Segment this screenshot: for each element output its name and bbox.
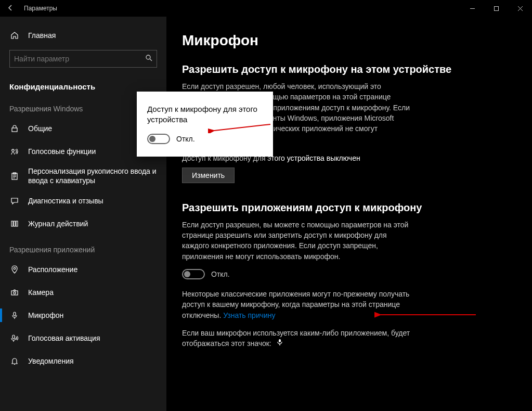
feedback-icon bbox=[9, 197, 20, 205]
group-apps-heading: Разрешения приложений bbox=[0, 235, 166, 258]
svg-rect-24 bbox=[279, 339, 281, 342]
learn-why-link[interactable]: Узнать причину bbox=[223, 311, 275, 319]
svg-rect-15 bbox=[16, 221, 18, 226]
maximize-button[interactable] bbox=[484, 0, 508, 17]
svg-rect-6 bbox=[12, 128, 17, 132]
voice-icon bbox=[9, 147, 20, 156]
titlebar: Параметры bbox=[0, 0, 532, 17]
camera-icon bbox=[9, 288, 20, 297]
change-button[interactable]: Изменить bbox=[182, 168, 235, 183]
svg-line-5 bbox=[150, 59, 152, 61]
home-nav[interactable]: Главная bbox=[0, 24, 166, 47]
content-pane: Микрофон Разрешить доступ к микрофону на… bbox=[166, 17, 532, 411]
device-access-toggle-label: Откл. bbox=[176, 135, 195, 143]
svg-point-7 bbox=[12, 149, 14, 151]
device-access-toggle[interactable] bbox=[147, 134, 170, 144]
location-icon bbox=[9, 265, 20, 274]
svg-rect-14 bbox=[14, 221, 16, 226]
history-icon bbox=[9, 220, 20, 228]
search-icon bbox=[145, 54, 152, 63]
active-indicator bbox=[0, 309, 2, 322]
section2-note2: Если ваш микрофон используется каким-либ… bbox=[182, 328, 411, 349]
svg-rect-13 bbox=[11, 221, 13, 226]
section2-note1: Некоторые классические приложения могут … bbox=[182, 289, 411, 320]
sidebar-item-notifications[interactable]: Уведомления bbox=[0, 350, 166, 373]
svg-point-4 bbox=[146, 55, 150, 59]
svg-rect-19 bbox=[14, 312, 16, 316]
mic-icon bbox=[9, 311, 20, 319]
section1-title: Разрешить доступ к микрофону на этом уст… bbox=[182, 62, 511, 76]
search-input[interactable] bbox=[14, 55, 145, 63]
section2-title: Разрешить приложениям доступ к микрофону bbox=[182, 201, 511, 214]
back-button[interactable] bbox=[0, 4, 21, 13]
svg-point-16 bbox=[14, 267, 16, 269]
window-title: Параметры bbox=[21, 5, 57, 12]
home-icon bbox=[9, 31, 20, 40]
close-button[interactable] bbox=[508, 0, 532, 17]
sidebar-item-voice-activation[interactable]: Голосовая активация bbox=[0, 327, 166, 350]
sidebar-item-microphone[interactable]: Микрофон bbox=[0, 304, 166, 327]
mic-indicator-icon bbox=[277, 338, 283, 349]
page-title: Микрофон bbox=[182, 32, 511, 49]
search-input-wrap[interactable] bbox=[9, 50, 157, 68]
svg-rect-21 bbox=[12, 335, 15, 339]
sidebar: Главная Конфиденциальность Разрешения Wi… bbox=[0, 17, 166, 411]
sidebar-item-camera[interactable]: Камера bbox=[0, 281, 166, 304]
clipboard-icon bbox=[9, 172, 20, 181]
minimize-button[interactable] bbox=[460, 0, 484, 17]
sidebar-item-inking[interactable]: Персонализация рукописного ввода и ввода… bbox=[0, 163, 166, 189]
section2-body: Если доступ разрешен, вы можете с помощь… bbox=[182, 220, 411, 262]
home-label: Главная bbox=[28, 31, 157, 40]
sidebar-item-diagnostics[interactable]: Диагностика и отзывы bbox=[0, 189, 166, 212]
popup-title: Доступ к микрофону для этого устройства bbox=[147, 104, 263, 124]
lock-icon bbox=[9, 124, 20, 133]
device-access-popup: Доступ к микрофону для этого устройства … bbox=[137, 92, 273, 157]
sidebar-item-activity[interactable]: Журнал действий bbox=[0, 212, 166, 235]
apps-access-toggle[interactable] bbox=[182, 269, 205, 279]
apps-access-toggle-label: Откл. bbox=[211, 270, 230, 278]
bell-icon bbox=[9, 357, 20, 365]
svg-rect-1 bbox=[494, 6, 498, 10]
sidebar-item-location[interactable]: Расположение bbox=[0, 258, 166, 281]
voice-act-icon bbox=[9, 334, 20, 342]
svg-point-18 bbox=[14, 292, 16, 294]
